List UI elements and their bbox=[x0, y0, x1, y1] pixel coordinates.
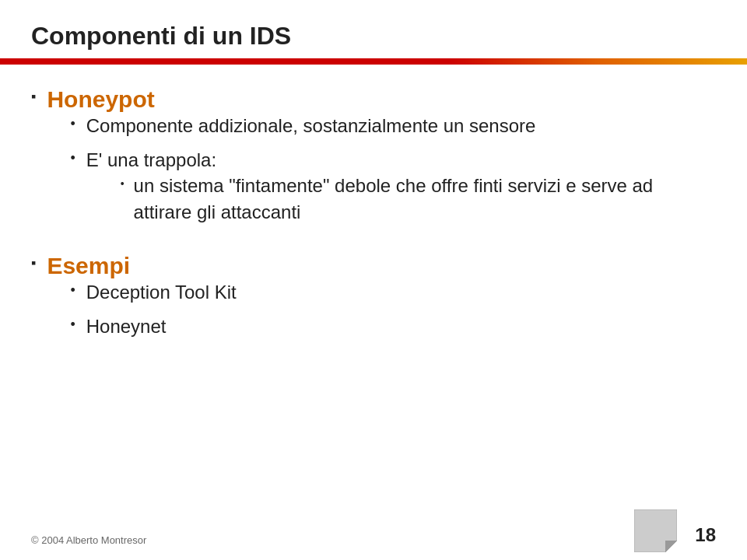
bullet-marker-esempi: ▪ bbox=[31, 255, 36, 271]
divider-bar bbox=[0, 58, 747, 65]
bullet-marker-esempi-1: • bbox=[70, 282, 75, 299]
esempi-sub-1-text: Deception Tool Kit bbox=[86, 279, 237, 306]
bullet-marker-2-2: • bbox=[70, 150, 75, 166]
esempi-sub-2-text: Honeynet bbox=[86, 313, 167, 340]
svg-marker-1 bbox=[665, 541, 677, 552]
honeypot-sub-1: • Componente addizionale, sostanzialment… bbox=[70, 113, 716, 139]
bullet-label-esempi: Esempi bbox=[47, 253, 716, 279]
esempi-sub-2: • Honeynet bbox=[70, 313, 716, 340]
copyright-text: © 2004 Alberto Montresor bbox=[31, 534, 146, 546]
esempi-sub-bullets: • Deception Tool Kit • Honeynet bbox=[70, 279, 716, 339]
honeypot-sub-2: • E' una trappola: • un sistema "fintame… bbox=[70, 147, 716, 232]
bullet-marker-2-1: • bbox=[70, 116, 75, 132]
slide-title: Componenti di un IDS bbox=[0, 0, 747, 58]
bullet-marker-1: ▪ bbox=[31, 89, 36, 105]
slide-content: ▪ Honeypot • Componente addizionale, sos… bbox=[0, 86, 747, 560]
honeypot-sub-1-text: Componente addizionale, sostanzialmente … bbox=[86, 113, 536, 139]
honeypot-subsub-1-text: un sistema "fintamente" debole che offre… bbox=[134, 173, 716, 225]
honeypot-subsub-bullets: • un sistema "fintamente" debole che off… bbox=[121, 173, 716, 225]
honeypot-subsub-1: • un sistema "fintamente" debole che off… bbox=[121, 173, 716, 225]
page-number: 18 bbox=[695, 524, 716, 546]
bullet-honeypot: ▪ Honeypot • Componente addizionale, sos… bbox=[31, 86, 716, 239]
slide: Componenti di un IDS ▪ Honeypot • Compon… bbox=[0, 0, 747, 560]
corner-svg bbox=[634, 509, 677, 552]
esempi-sub-1: • Deception Tool Kit bbox=[70, 279, 716, 306]
bullet-esempi: ▪ Esempi • Deception Tool Kit • Honeynet bbox=[31, 253, 716, 347]
bullet-label-honeypot: Honeypot bbox=[47, 86, 716, 113]
honeypot-sub-2-text: E' una trappola: bbox=[86, 149, 216, 170]
bullet-marker-3-1: • bbox=[121, 177, 124, 190]
corner-decoration bbox=[634, 509, 677, 552]
bullet-marker-esempi-2: • bbox=[70, 317, 75, 333]
honeypot-sub-bullets: • Componente addizionale, sostanzialment… bbox=[70, 113, 716, 231]
